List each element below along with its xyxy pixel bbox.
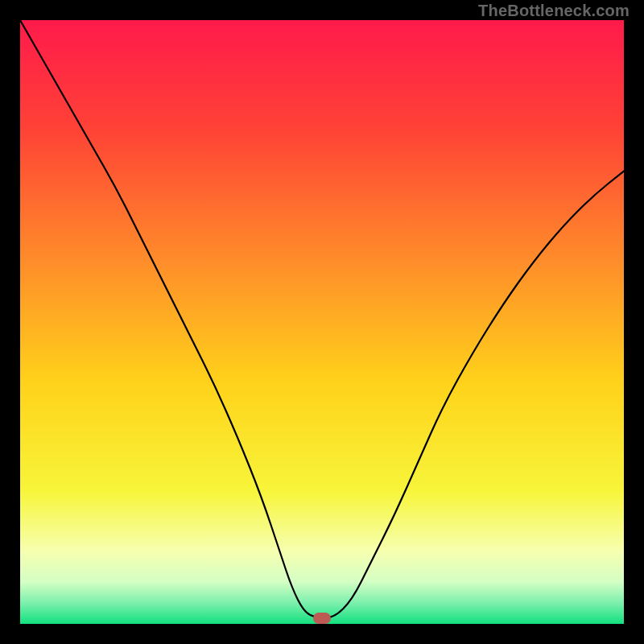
- minimum-marker: [313, 613, 331, 624]
- watermark-text: TheBottleneck.com: [478, 2, 630, 20]
- plot-area: [20, 20, 624, 624]
- bottleneck-curve: [20, 20, 624, 624]
- chart-frame: TheBottleneck.com: [0, 0, 644, 644]
